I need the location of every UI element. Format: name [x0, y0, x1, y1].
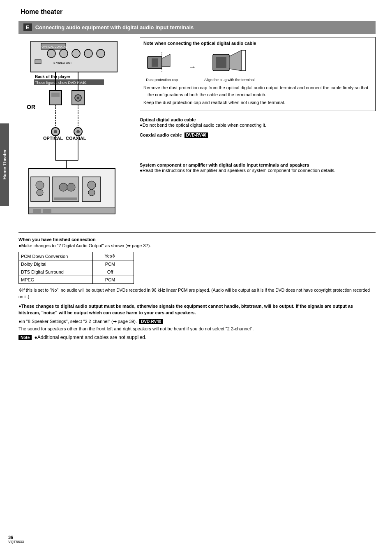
svg-point-36: [37, 189, 43, 196]
svg-rect-9: [35, 60, 41, 64]
svg-text:COAXIAL: COAXIAL: [66, 136, 86, 141]
svg-point-1: [47, 49, 55, 58]
coaxial-cable-title: Coaxial audio cable DVD-RV40: [140, 132, 376, 138]
dust-cap-svg: [143, 48, 180, 77]
align-label: Align the plug with the terminal: [204, 78, 255, 82]
note-bullets: Remove the dust protection cap from the …: [143, 84, 372, 106]
diagram-area: OPTICAL COAXIAL S VIDEO OUT Back of the …: [18, 37, 134, 228]
svg-text:OR: OR: [27, 104, 35, 110]
svg-rect-45: [33, 209, 41, 213]
note-text: ●Additional equipment and cables are not…: [35, 334, 147, 340]
svg-point-27: [54, 130, 57, 133]
dust-cap-image: Dust protection cap: [143, 48, 180, 82]
optical-cable-label: Optical digital audio cable ●Do not bend…: [140, 117, 376, 128]
svg-marker-53: [229, 50, 242, 71]
note-box-title: Note when connecting the optical digital…: [143, 41, 372, 46]
setting-value: Yes※: [93, 252, 134, 260]
coaxial-dvd-badge: DVD-RV40: [184, 132, 208, 138]
connection-diagram: OPTICAL COAXIAL S VIDEO OUT Back of the …: [18, 37, 129, 226]
svg-text:OPTICAL: OPTICAL: [43, 136, 63, 141]
svg-text:Back of the player: Back of the player: [35, 74, 70, 79]
footnote2: ●These changes to digital audio output m…: [18, 303, 376, 316]
optical-cable-title: Optical digital audio cable: [140, 117, 376, 122]
coaxial-cable-label: Coaxial audio cable DVD-RV40: [140, 132, 376, 138]
section-title: Connecting audio equipment with digital …: [35, 24, 194, 30]
svg-point-4: [84, 49, 92, 58]
svg-rect-40: [54, 197, 77, 200]
setting-name: MPEG: [19, 276, 93, 284]
banner-letter: E: [23, 23, 32, 31]
system-text: ●Read the instructions for the amplifier…: [140, 167, 376, 174]
setting-name: PCM Down Conversion: [19, 252, 93, 260]
table-row: MPEGPCM: [19, 276, 134, 284]
svg-rect-15: [51, 93, 60, 97]
section-divider: [18, 232, 376, 233]
page-header: Home theater: [8, 4, 384, 18]
page-number: 36: [8, 535, 24, 540]
info-area: Note when connecting the optical digital…: [140, 37, 376, 228]
setting-value: PCM: [93, 276, 134, 284]
svg-point-2: [60, 49, 68, 58]
optical-cable-text: ●Do not bend the optical digital audio c…: [140, 122, 376, 128]
svg-point-28: [76, 130, 80, 133]
svg-point-42: [88, 181, 96, 189]
table-row: Dolby DigitalPCM: [19, 260, 134, 268]
footer-code: VQT8633: [8, 540, 24, 544]
footnote3: ●In "8 Speaker Settings", select "2 2-ch…: [18, 319, 376, 324]
svg-point-35: [36, 181, 44, 189]
settings-table: PCM Down ConversionYes※Dolby DigitalPCMD…: [18, 252, 134, 284]
footnote1: ※If this is set to "No", no audio will b…: [18, 287, 376, 300]
svg-point-39: [67, 183, 75, 191]
note-section: Note ●Additional equipment and cables ar…: [18, 334, 376, 340]
svg-point-3: [72, 49, 80, 58]
page-title: Home theater: [21, 8, 376, 16]
table-row: PCM Down ConversionYes※: [19, 252, 134, 260]
note-bullet2: Keep the dust protection cap and reattac…: [143, 99, 372, 106]
svg-point-20: [77, 97, 79, 99]
svg-marker-49: [162, 54, 170, 67]
section-banner: E Connecting audio equipment with digita…: [18, 21, 376, 34]
setting-value: PCM: [93, 260, 134, 268]
svg-rect-52: [216, 57, 226, 68]
finish-text: ●Make changes to "7 Digital Audio Output…: [18, 243, 376, 248]
note-images: Dust protection cap →: [143, 48, 372, 82]
svg-point-43: [88, 189, 95, 196]
footnote3-badge: DVD-RV40: [139, 319, 163, 324]
terminal-image: Align the plug with the terminal: [204, 48, 255, 82]
system-title: System component or amplifier with digit…: [140, 163, 376, 167]
note-box: Note when connecting the optical digital…: [140, 37, 376, 111]
system-label: System component or amplifier with digit…: [140, 163, 376, 174]
svg-text:These figures show DVD-RV40.: These figures show DVD-RV40.: [35, 81, 87, 85]
note-bullet1: Remove the dust protection cap from the …: [143, 84, 372, 98]
setting-name: DTS Digital Surround: [19, 268, 93, 276]
label-section: Optical digital audio cable ●Do not bend…: [140, 117, 376, 174]
note-tag: Note: [18, 335, 32, 340]
svg-rect-46: [43, 209, 51, 213]
svg-rect-44: [29, 208, 115, 214]
page-footer: 36 VQT8633: [8, 535, 24, 544]
arrow-icon: →: [189, 63, 196, 82]
svg-text:OPTICAL COAXIAL: OPTICAL COAXIAL: [42, 45, 67, 48]
svg-text:S VIDEO OUT: S VIDEO OUT: [53, 61, 72, 64]
terminal-svg: [211, 48, 248, 77]
setting-name: Dolby Digital: [19, 260, 93, 268]
bottom-section: When you have finished connection ●Make …: [18, 237, 376, 340]
svg-point-5: [97, 49, 105, 58]
table-row: DTS Digital SurroundOff: [19, 268, 134, 276]
svg-point-38: [59, 183, 67, 191]
svg-rect-48: [152, 58, 158, 67]
footnote3-text: The sound for speakers other than the fr…: [18, 326, 376, 331]
dust-cap-label: Dust protection cap: [143, 78, 180, 82]
main-content: OPTICAL COAXIAL S VIDEO OUT Back of the …: [18, 37, 376, 228]
setting-value: Off: [93, 268, 134, 276]
finish-title: When you have finished connection: [18, 237, 376, 242]
